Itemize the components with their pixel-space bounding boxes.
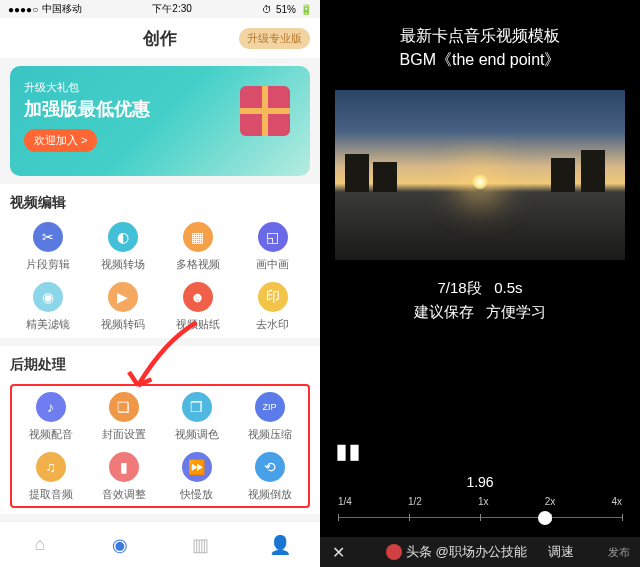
nav-tools[interactable]: ◉	[80, 522, 160, 567]
nav-profile[interactable]: 👤	[240, 522, 320, 567]
building-silhouette	[581, 150, 605, 192]
tool-icon: ◱	[258, 222, 288, 252]
bottom-nav: ⌂ ◉ ▥ 👤	[0, 521, 320, 567]
tool-label: 片段剪辑	[26, 257, 70, 272]
building-silhouette	[551, 158, 575, 192]
template-icon: ▥	[192, 534, 209, 556]
tool-icon: ▦	[183, 222, 213, 252]
hint-learn: 方便学习	[486, 303, 546, 320]
building-silhouette	[345, 154, 369, 192]
tool-label: 视频转场	[101, 257, 145, 272]
speed-slider[interactable]	[338, 511, 622, 525]
speed-label: 调速	[548, 543, 574, 561]
signal-icon: ●●●●○	[8, 4, 38, 15]
speed-mark: 4x	[611, 496, 622, 507]
tool-icon: ZIP	[255, 392, 285, 422]
tool-item[interactable]: ❒视频调色	[160, 392, 233, 442]
carrier-label: 中国移动	[42, 2, 82, 16]
tool-icon: ☻	[183, 282, 213, 312]
tool-label: 视频配音	[29, 427, 73, 442]
tool-icon: ♫	[36, 452, 66, 482]
tool-label: 音效调整	[102, 487, 146, 502]
app-header: 创作 升级专业版	[0, 18, 320, 58]
speed-value: 1.96	[320, 474, 640, 490]
author-source: 头条	[406, 543, 432, 561]
tool-item[interactable]: 印去水印	[235, 282, 310, 332]
section-title-post: 后期处理	[10, 356, 310, 374]
nav-home[interactable]: ⌂	[0, 522, 80, 567]
hint-save: 建议保存	[414, 303, 474, 320]
tool-item[interactable]: ❏封面设置	[87, 392, 160, 442]
clock: 下午2:30	[152, 2, 191, 16]
profile-icon: 👤	[269, 534, 291, 556]
tool-label: 视频压缩	[248, 427, 292, 442]
upgrade-pro-button[interactable]: 升级专业版	[239, 28, 310, 49]
tool-item[interactable]: ✂片段剪辑	[10, 222, 85, 272]
highlight-box: ♪视频配音❏封面设置❒视频调色ZIP视频压缩♫提取音频▮音效调整⏩快慢放⟲视频倒…	[10, 384, 310, 508]
section-title-edit: 视频编辑	[10, 194, 310, 212]
tool-icon: ♪	[36, 392, 66, 422]
speed-mark: 1/2	[408, 496, 422, 507]
tool-item[interactable]: ◐视频转场	[85, 222, 160, 272]
tool-label: 去水印	[256, 317, 289, 332]
tool-item[interactable]: ◱画中画	[235, 222, 310, 272]
tool-icon: 印	[258, 282, 288, 312]
home-icon: ⌂	[35, 534, 46, 555]
segment-duration: 0.5s	[494, 279, 522, 296]
video-title-line2: BGM《the end point》	[320, 48, 640, 72]
tool-item[interactable]: ♫提取音频	[14, 452, 87, 502]
tool-item[interactable]: ♪视频配音	[14, 392, 87, 442]
sun-icon	[471, 173, 489, 191]
tool-label: 视频调色	[175, 427, 219, 442]
tool-label: 精美滤镜	[26, 317, 70, 332]
tool-label: 画中画	[256, 257, 289, 272]
speed-mark: 2x	[545, 496, 556, 507]
tool-label: 视频转码	[101, 317, 145, 332]
nav-template[interactable]: ▥	[160, 522, 240, 567]
pause-button[interactable]: ▮▮	[336, 439, 362, 463]
video-title-line1: 最新卡点音乐视频模板	[320, 24, 640, 48]
gift-icon	[240, 86, 290, 136]
tool-item[interactable]: ▦多格视频	[160, 222, 235, 272]
promo-join-button[interactable]: 欢迎加入 >	[24, 129, 97, 152]
author-name[interactable]: @职场办公技能	[435, 543, 526, 561]
tool-label: 快慢放	[180, 487, 213, 502]
video-title: 最新卡点音乐视频模板 BGM《the end point》	[320, 0, 640, 72]
tool-label: 提取音频	[29, 487, 73, 502]
battery-icon: 🔋	[300, 4, 312, 15]
video-footer: ✕ 头条 @职场办公技能 调速 发布	[320, 537, 640, 567]
status-bar: ●●●●○ 中国移动 下午2:30 ⏱ 51% 🔋	[0, 0, 320, 18]
video-preview[interactable]	[335, 90, 625, 260]
tool-icon: ◐	[108, 222, 138, 252]
promo-card[interactable]: 升级大礼包 加强版最低优惠 欢迎加入 >	[10, 66, 310, 176]
tool-icon: ⟲	[255, 452, 285, 482]
tool-item[interactable]: ZIP视频压缩	[233, 392, 306, 442]
tool-item[interactable]: ▮音效调整	[87, 452, 160, 502]
tool-icon: ❒	[182, 392, 212, 422]
tool-label: 视频倒放	[248, 487, 292, 502]
alarm-icon: ⏱	[262, 4, 272, 15]
tool-icon: ▶	[108, 282, 138, 312]
tools-icon: ◉	[112, 534, 128, 556]
tool-label: 封面设置	[102, 427, 146, 442]
tool-item[interactable]: ⟲视频倒放	[233, 452, 306, 502]
tool-item[interactable]: ☻视频贴纸	[160, 282, 235, 332]
tool-icon: ❏	[109, 392, 139, 422]
tool-item[interactable]: ⏩快慢放	[160, 452, 233, 502]
tool-label: 多格视频	[176, 257, 220, 272]
tool-item[interactable]: ◉精美滤镜	[10, 282, 85, 332]
tool-icon: ⏩	[182, 452, 212, 482]
tool-item[interactable]: ▶视频转码	[85, 282, 160, 332]
video-stats: 7/18段 0.5s 建议保存 方便学习	[320, 276, 640, 324]
speed-knob[interactable]	[538, 511, 552, 525]
segment-progress: 7/18段	[437, 279, 481, 296]
battery-pct: 51%	[276, 4, 296, 15]
speed-control: 1.96 1/41/21x2x4x	[320, 474, 640, 525]
close-button[interactable]: ✕	[332, 543, 345, 562]
tool-icon: ✂	[33, 222, 63, 252]
page-title: 创作	[143, 27, 177, 50]
speed-mark: 1/4	[338, 496, 352, 507]
section-post-process: 后期处理 ♪视频配音❏封面设置❒视频调色ZIP视频压缩♫提取音频▮音效调整⏩快慢…	[0, 346, 320, 514]
author-avatar[interactable]	[386, 544, 402, 560]
tool-icon: ▮	[109, 452, 139, 482]
